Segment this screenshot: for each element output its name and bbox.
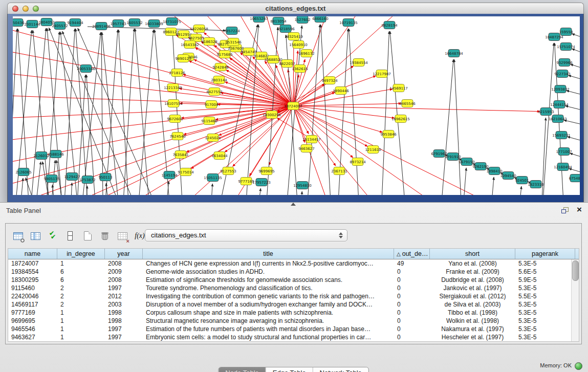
memory-indicator-led[interactable] [575,362,582,370]
panel-splitter-handle[interactable] [291,203,296,206]
select-rows-button[interactable]: ✔✔ [45,228,61,244]
column-header-in_degree[interactable]: in_degree [57,249,105,259]
table-row[interactable]: 969969511998Structural magnetic resonanc… [8,317,579,325]
window-titlebar[interactable]: citations_edges.txt [7,3,584,15]
citation-edge-black [454,59,461,195]
citation-edge-black [135,29,149,195]
table-row[interactable]: 946554611997Estimation of the future num… [8,325,579,333]
citation-edge-black [119,30,128,195]
graph-node-label: 15051135 [204,176,222,180]
table-cell: Franke et al. (2009) [430,268,515,276]
graph-node-label: 16962615 [391,117,410,121]
delete-column-button[interactable] [97,228,113,244]
table-cell: Tourette syndrome. Phenomenology and cla… [143,284,394,292]
graph-node-label: 10653287 [250,17,268,21]
fx-icon: f(x) [135,232,144,240]
table-row[interactable]: 1872400712008Changes of HCN gene express… [8,259,579,268]
column-header-title[interactable]: title [143,249,394,259]
table-row[interactable]: 911546021997Tourette syndrome. Phenomeno… [8,284,579,292]
column-header-name[interactable]: name [8,249,57,259]
graph-node-label: 16543382 [181,43,199,47]
graph-node-label: 159558 [559,30,573,34]
gear-icon [20,238,25,243]
zoom-window-button[interactable] [33,6,39,12]
table-cell: Estimation of the future numbers of pati… [143,325,394,333]
citation-edge-black [155,30,169,195]
table-cell: 6 [57,268,105,276]
citation-edge-black [36,162,41,195]
graph-node-label: 8454749 [241,50,256,54]
graph-node-label: 12160494 [554,165,572,169]
graph-node-label: 12213349 [164,86,182,90]
graph-node-label: 9672601 [167,117,183,121]
table-cell: 5.3E-5 [515,300,575,309]
citation-edge-black [492,177,494,195]
float-panel-icon[interactable] [561,207,569,214]
vertical-scrollbar[interactable] [571,259,579,341]
graph-node-label: 7635841 [172,153,188,157]
table-cell: Changes of HCN gene expression and I(f) … [143,259,394,268]
table-row[interactable]: 1830029562008Estimation of significance … [8,276,579,284]
column-header-pagerank[interactable]: pagerank [515,249,575,259]
scrollbar-thumb[interactable] [572,260,579,281]
show-columns-button[interactable] [27,228,43,244]
table-settings-button[interactable] [10,228,26,244]
graph-node-label: 9262190 [472,165,488,169]
table-cell: 0 [394,300,430,309]
column-header-out_de[interactable]: △out_de… [394,249,430,259]
citation-edge-red [293,106,540,112]
table-selector-dropdown[interactable]: citations_edges.txt [145,229,347,242]
table-type-tabs: Node TableEdge TableNetwork Table [218,367,369,372]
graph-node-label: 9465546 [399,102,416,106]
tab-node-table[interactable]: Node Table [219,367,266,372]
citation-edge-black [321,25,331,195]
graph-node-label: 150436 [13,21,25,25]
table-row[interactable]: 1938455462009Genome-wide association stu… [8,268,579,276]
close-window-button[interactable] [12,6,18,12]
graph-node-label: 8973214 [350,160,366,164]
table-cell: Wolkin et al. (1998) [430,317,515,325]
graph-node-label: 15640910 [289,43,308,47]
graph-node-label: 9463627 [298,147,314,151]
table-cell: 0 [394,333,430,341]
citation-edge-red [293,42,294,106]
graph-node-label: 1527602 [294,18,310,22]
graph-node-label: 8186328 [201,40,217,44]
graph-node-label: 2126065 [15,170,31,174]
table-cell: Nakamura et al. (1997) [430,325,515,333]
citation-edge-black [570,154,580,158]
graph-node-label: 18107554 [164,102,183,106]
citation-edge-red [189,61,293,106]
table-cell: 5.3E-5 [515,284,575,292]
graph-node-label: 9242848 [212,65,228,70]
network-canvas[interactable]: 1504362301144180405224055729194404208914… [13,16,580,195]
tab-edge-table[interactable]: Edge Table [266,367,313,372]
graph-node-label: 9194404 [67,21,83,25]
tab-network-table[interactable]: Network Table [313,367,368,372]
table-row[interactable]: 1456911722003Disruption of a novel membe… [8,300,579,309]
column-header-short[interactable]: short [430,249,515,259]
graph-node-label: 1823310 [528,183,543,187]
create-column-button[interactable] [79,228,96,244]
column-header-year[interactable]: year [105,249,143,259]
graph-node-label: 16033809 [145,22,163,26]
graph-node-label: 18731075 [163,20,181,24]
table-row[interactable]: 977716911998Corpus callosum shape and si… [8,309,579,317]
graph-node-label: 17957223 [252,181,271,185]
table-row[interactable]: 2242004622012Investigating the contribut… [8,292,579,300]
table-cell: 6 [57,276,105,284]
close-panel-icon[interactable]: × [577,205,582,215]
minimize-window-button[interactable] [23,6,29,12]
graph-node-label: 917004 [205,103,219,107]
table-cell: 49 [394,259,430,268]
graph-node-label: 2405572 [52,24,68,28]
row-height-button[interactable] [62,228,78,244]
table-cell: 2 [57,292,105,300]
graph-node-label: 950113 [99,176,113,180]
table-row[interactable]: 946362711997Embryonic stem cells: a mode… [8,333,579,341]
table-cell: 5.6E-5 [515,268,575,276]
citation-edge-red [293,103,401,106]
delete-table-button[interactable]: × [114,228,130,244]
graph-node-label: 2718126 [169,71,185,75]
table-cell: 5.3E-5 [515,309,575,317]
